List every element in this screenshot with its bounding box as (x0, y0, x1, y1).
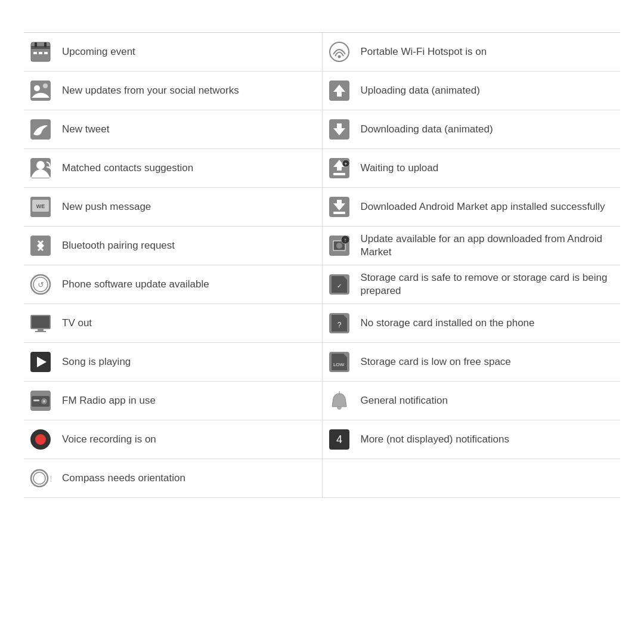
svg-rect-54 (33, 400, 39, 401)
left-col: Upcoming event (24, 33, 323, 71)
right-col: ↑ Update available for an app downloaded… (323, 227, 621, 265)
table-row: ! Compass needs orientation (24, 459, 620, 498)
svg-text:LOW: LOW (333, 362, 344, 367)
table-row: Bluetooth pairing request ↑ Update avail… (24, 227, 620, 265)
svg-point-11 (43, 83, 48, 88)
right-label: Downloaded Android Market app installed … (361, 200, 605, 213)
right-col: LOW Storage card is low on free space (323, 343, 621, 381)
svg-text:+: + (344, 161, 347, 167)
left-col: TV out (24, 304, 323, 342)
right-label: Waiting to upload (361, 162, 439, 175)
table-row: TV out ? No storage card installed on th… (24, 304, 620, 343)
svg-rect-6 (44, 52, 48, 54)
svg-rect-21 (333, 173, 345, 175)
left-label: Voice recording is on (62, 433, 156, 446)
table-row: Voice recording is on 4 More (not displa… (24, 420, 620, 459)
svg-rect-3 (44, 42, 47, 47)
right-label: Uploading data (animated) (361, 84, 480, 97)
right-label: More (not displayed) notifications (361, 433, 509, 446)
svg-point-32 (336, 243, 342, 249)
left-col: WE New push message (24, 188, 323, 226)
market-update-icon: ↑ (326, 233, 352, 259)
left-label: Song is playing (62, 355, 131, 369)
left-label: Upcoming event (62, 45, 135, 58)
left-col: Bluetooth pairing request (24, 227, 323, 265)
left-label: New tweet (62, 123, 109, 136)
right-col: General notification (323, 382, 621, 420)
more-notifications-icon: 4 (326, 426, 352, 453)
left-label: FM Radio app in use (62, 394, 156, 407)
svg-text:↑: ↑ (343, 237, 346, 243)
sd-low-icon: LOW (326, 349, 352, 375)
svg-rect-41 (32, 316, 49, 328)
voice-recording-icon (27, 426, 54, 453)
notification-icon (326, 388, 352, 414)
right-col: ✓ Storage card is safe to remove or stor… (323, 265, 621, 304)
svg-point-60 (33, 472, 45, 484)
left-label: Compass needs orientation (62, 472, 185, 485)
left-label: TV out (62, 317, 92, 330)
right-label: General notification (361, 394, 448, 407)
svg-point-10 (34, 85, 40, 91)
market-install-icon (326, 194, 352, 220)
svg-point-53 (43, 400, 45, 402)
right-label: No storage card installed on the phone (361, 317, 535, 330)
right-col (323, 459, 621, 497)
table-row: New updates from your social networks Up… (24, 72, 620, 110)
right-label: Update available for an app downloaded f… (361, 233, 617, 259)
phone-update-icon: ↺ (27, 271, 54, 298)
song-icon (27, 349, 54, 375)
push-message-icon: WE (27, 194, 54, 220)
right-label: Storage card is low on free space (361, 355, 511, 369)
download-icon (326, 116, 352, 143)
right-col: Uploading data (animated) (323, 72, 621, 110)
left-label: New push message (62, 200, 151, 213)
right-label: Downloading data (animated) (361, 123, 493, 136)
svg-text:!: ! (50, 474, 51, 484)
left-col: FM Radio app in use (24, 382, 323, 420)
left-col: ! Compass needs orientation (24, 459, 323, 497)
left-col: Song is playing (24, 343, 323, 381)
svg-point-56 (35, 434, 46, 445)
left-col: Matched contacts suggestion (24, 149, 323, 187)
left-label: Phone software update available (62, 278, 209, 291)
page-header (0, 0, 644, 32)
svg-text:✓: ✓ (337, 283, 342, 289)
waiting-upload-icon: + (326, 155, 352, 181)
upload-icon (326, 78, 352, 104)
tweet-icon (27, 116, 54, 143)
calendar-icon (27, 39, 54, 65)
left-label: Bluetooth pairing request (62, 239, 175, 252)
left-col: New tweet (24, 110, 323, 148)
svg-text:?: ? (337, 321, 341, 329)
left-label: Matched contacts suggestion (62, 162, 193, 175)
wifi-hotspot-icon (326, 39, 352, 65)
table-container: Upcoming event Portable Wi-Fi Hotspot is… (24, 32, 620, 498)
right-label: Portable Wi-Fi Hotspot is on (361, 45, 487, 58)
table-row: Matched contacts suggestion + Waiting to… (24, 149, 620, 188)
sd-missing-icon: ? (326, 310, 352, 336)
table-row: Upcoming event Portable Wi-Fi Hotspot is… (24, 33, 620, 72)
right-col: + Waiting to upload (323, 149, 621, 187)
left-col: New updates from your social networks (24, 72, 323, 110)
svg-text:WE: WE (36, 203, 45, 209)
svg-rect-5 (39, 52, 42, 54)
table-row: WE New push message Downloaded Android M… (24, 188, 620, 227)
social-icon (27, 78, 54, 104)
table-row: FM Radio app in use General notification (24, 382, 620, 420)
svg-rect-4 (33, 52, 37, 54)
right-label: Storage card is safe to remove or storag… (361, 271, 617, 298)
left-label: New updates from your social networks (62, 84, 239, 97)
left-col: ↺ Phone software update available (24, 265, 323, 304)
left-col: Voice recording is on (24, 420, 323, 459)
right-col: ? No storage card installed on the phone (323, 304, 621, 342)
right-col: Downloading data (animated) (323, 110, 621, 148)
table-row: ↺ Phone software update available ✓ Stor… (24, 265, 620, 304)
contacts-icon (27, 155, 54, 181)
table-row: Song is playing LOW Storage card is low … (24, 343, 620, 382)
sd-safe-icon: ✓ (326, 271, 352, 298)
fm-radio-icon (27, 388, 54, 414)
svg-text:↺: ↺ (38, 280, 44, 289)
svg-rect-2 (35, 42, 37, 47)
svg-rect-43 (35, 331, 46, 332)
